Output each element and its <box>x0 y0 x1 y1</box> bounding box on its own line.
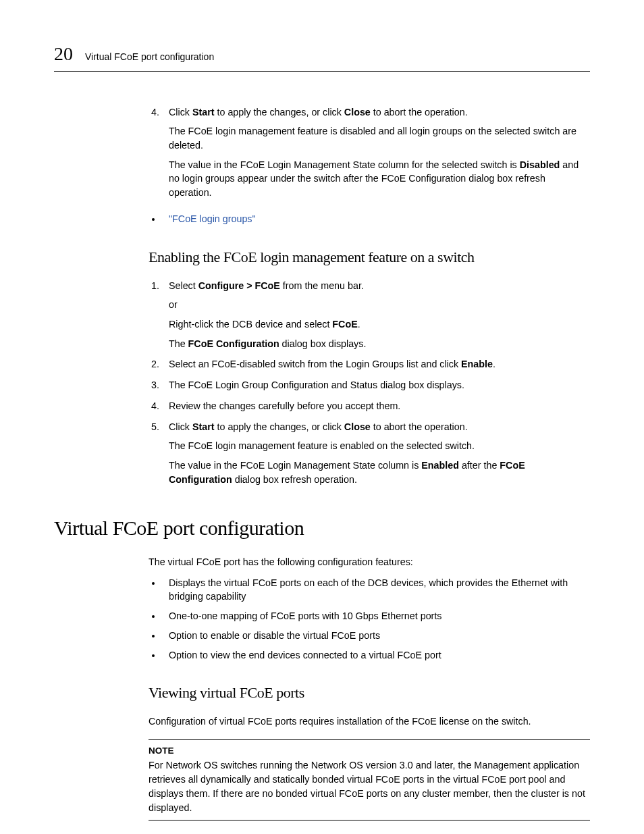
enable-step-1-dialog: The FCoE Configuration dialog box displa… <box>169 337 590 351</box>
page-header: 20 Virtual FCoE port configuration <box>54 41 590 72</box>
enable-step-2: Select an FCoE-disabled switch from the … <box>162 357 590 371</box>
note-body: For Network OS switches running the Netw… <box>149 758 590 814</box>
feature-4: Option to view the end devices connected… <box>162 648 590 662</box>
body-content: Click Start to apply the changes, or cli… <box>149 105 590 487</box>
enable-step-5-p1: The FCoE login management feature is ena… <box>169 439 590 453</box>
enable-steps: Select Configure > FCoE from the menu ba… <box>149 279 590 487</box>
heading-virtual-fcoe-port-config: Virtual FCoE port configuration <box>54 513 590 543</box>
enable-step-1-or: or <box>169 298 590 312</box>
feature-1: Displays the virtual FCoE ports on each … <box>162 576 590 604</box>
link-fcoe-login-groups[interactable]: "FCoE login groups" <box>162 212 590 226</box>
section2-content: The virtual FCoE port has the following … <box>149 555 590 820</box>
enable-step-1-rightclick: Right-click the DCB device and select FC… <box>169 317 590 332</box>
feature-2: One-to-one mapping of FCoE ports with 10… <box>162 609 590 623</box>
prev-steps-continued: Click Start to apply the changes, or cli… <box>149 105 590 200</box>
feature-3: Option to enable or disable the virtual … <box>162 629 590 643</box>
viewing-intro: Configuration of virtual FCoE ports requ… <box>149 714 590 729</box>
feature-list: Displays the virtual FCoE ports on each … <box>149 576 590 662</box>
page: 20 Virtual FCoE port configuration Click… <box>0 0 644 834</box>
heading-enabling-fcoe-login: Enabling the FCoE login management featu… <box>149 246 590 268</box>
section2-intro: The virtual FCoE port has the following … <box>149 555 590 569</box>
chapter-title: Virtual FCoE port configuration <box>85 50 214 63</box>
step-4-p1: The FCoE login management feature is dis… <box>169 124 590 152</box>
enable-step-5: Click Start to apply the changes, or cli… <box>162 420 590 487</box>
chapter-number: 20 <box>54 41 73 68</box>
enable-step-5-p2: The value in the FCoE Login Management S… <box>169 459 590 486</box>
note-label: NOTE <box>149 744 590 758</box>
link-list: "FCoE login groups" <box>149 212 590 226</box>
step-4-p2: The value in the FCoE Login Management S… <box>169 158 590 200</box>
enable-step-4: Review the changes carefully before you … <box>162 399 590 413</box>
note-block: NOTE For Network OS switches running the… <box>149 739 590 820</box>
enable-step-3: The FCoE Login Group Configuration and S… <box>162 378 590 392</box>
step-4-line: Click Start to apply the changes, or cli… <box>169 107 468 118</box>
heading-viewing-virtual-fcoe-ports: Viewing virtual FCoE ports <box>149 682 590 704</box>
enable-step-1: Select Configure > FCoE from the menu ba… <box>162 279 590 351</box>
step-4: Click Start to apply the changes, or cli… <box>162 105 590 200</box>
